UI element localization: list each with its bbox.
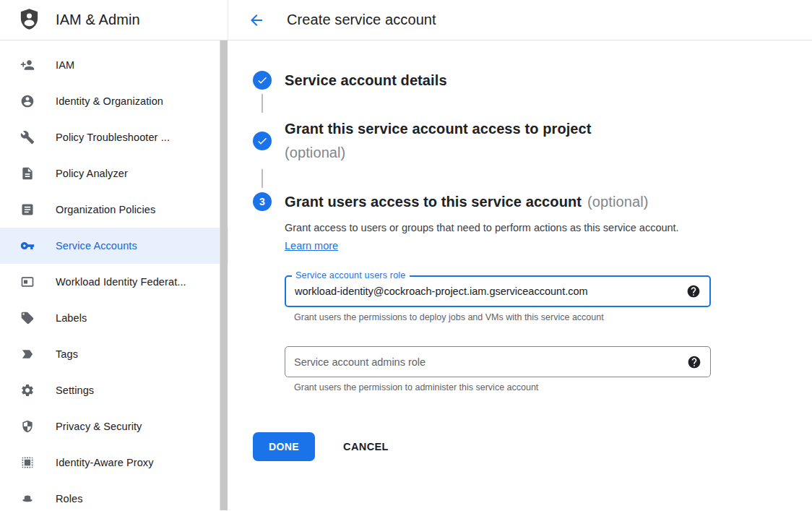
cancel-button[interactable]: CANCEL (337, 432, 394, 461)
stepper-connector (262, 94, 263, 113)
sidebar-item-settings[interactable]: Settings (0, 372, 228, 408)
arrow-tag-icon (20, 347, 35, 361)
step-1-row: Service account details (253, 71, 812, 90)
step-2-row: Grant this service account access to pro… (253, 117, 812, 165)
step-1-title: Service account details (285, 71, 447, 90)
users-role-helper-text: Grant users the permissions to deploy jo… (294, 312, 711, 322)
step-3-row: 3 Grant users access to this service acc… (253, 192, 812, 211)
tag-icon (20, 311, 35, 325)
page-header: Create service account (228, 0, 812, 40)
app-window: IAM & Admin IAM Identity & Organization … (0, 0, 812, 511)
create-service-account-form: Service account details Grant this servi… (228, 40, 812, 461)
sidebar-item-label: Workload Identity Federat... (56, 276, 186, 288)
sidebar-item-label: Tags (56, 348, 78, 360)
hat-icon (20, 491, 35, 506)
admins-role-field (285, 346, 711, 377)
card-icon (20, 275, 35, 289)
users-role-input[interactable] (295, 285, 679, 297)
step-3-description: Grant access to users or groups that nee… (285, 219, 693, 255)
sidebar-item-identity-organization[interactable]: Identity & Organization (0, 83, 228, 119)
sidebar-item-label: Identity & Organization (56, 95, 163, 107)
sidebar: IAM & Admin IAM Identity & Organization … (0, 0, 228, 511)
admins-role-helper-text: Grant users the permission to administer… (294, 382, 711, 392)
key-icon (20, 239, 35, 253)
check-icon (253, 71, 272, 90)
sidebar-header: IAM & Admin (0, 0, 228, 40)
account-circle-icon (20, 94, 35, 108)
sidebar-item-label: Organization Policies (56, 204, 155, 215)
sidebar-item-label: Policy Analyzer (56, 168, 128, 179)
sidebar-item-labels[interactable]: Labels (0, 300, 228, 336)
sidebar-nav: IAM Identity & Organization Policy Troub… (0, 40, 228, 511)
sidebar-item-tags[interactable]: Tags (0, 336, 228, 372)
wrench-icon (20, 130, 35, 145)
sidebar-item-iam[interactable]: IAM (0, 47, 228, 83)
sidebar-item-label: Roles (56, 493, 83, 504)
document-icon (20, 166, 35, 181)
admins-role-field-group: Grant users the permission to administer… (285, 346, 711, 392)
sidebar-scrollbar-thumb[interactable] (220, 40, 228, 510)
gear-icon (20, 383, 35, 398)
step-3-title: Grant users access to this service accou… (285, 192, 582, 211)
users-role-field: Service account users role (285, 275, 711, 307)
step-3-optional-label: (optional) (587, 194, 648, 210)
sidebar-item-label: Identity-Aware Proxy (56, 457, 154, 468)
users-role-field-group: Service account users role Grant users t… (285, 275, 711, 322)
sidebar-item-policy-analyzer[interactable]: Policy Analyzer (0, 155, 228, 192)
help-icon[interactable] (687, 355, 701, 369)
step-3-body: Grant access to users or groups that nee… (285, 219, 812, 392)
iam-shield-person-icon (18, 8, 40, 33)
article-icon (20, 202, 35, 217)
users-role-field-label: Service account users role (292, 270, 410, 280)
proxy-frame-icon (20, 455, 35, 470)
sidebar-item-label: IAM (56, 59, 74, 71)
sidebar-item-privacy-security[interactable]: Privacy & Security (0, 408, 228, 445)
sidebar-item-label: Labels (56, 312, 87, 324)
admins-role-input[interactable] (294, 356, 680, 368)
form-actions: DONE CANCEL (253, 432, 812, 461)
stepper-connector (262, 169, 263, 188)
sidebar-item-organization-policies[interactable]: Organization Policies (0, 192, 228, 228)
sidebar-item-label: Privacy & Security (56, 421, 142, 432)
description-text: Grant access to users or groups that nee… (285, 222, 679, 233)
step-3-badge: 3 (253, 192, 272, 211)
back-arrow-icon[interactable] (248, 12, 265, 29)
sidebar-item-workload-identity-federation[interactable]: Workload Identity Federat... (0, 264, 228, 300)
learn-more-link[interactable]: Learn more (285, 240, 338, 252)
step-3-number: 3 (259, 196, 265, 207)
person-add-icon (20, 58, 35, 72)
sidebar-item-service-accounts[interactable]: Service Accounts (0, 228, 228, 264)
sidebar-item-label: Service Accounts (56, 240, 137, 252)
sidebar-item-identity-aware-proxy[interactable]: Identity-Aware Proxy (0, 445, 228, 481)
sidebar-item-label: Policy Troubleshooter ... (56, 132, 170, 143)
step-2-title: Grant this service account access to pro… (285, 117, 592, 141)
main-panel: Create service account Service account d… (228, 0, 812, 511)
shield-icon (20, 419, 35, 434)
sidebar-item-roles[interactable]: Roles (0, 481, 228, 511)
sidebar-item-label: Settings (56, 385, 94, 396)
done-button[interactable]: DONE (253, 432, 315, 461)
page-title: Create service account (287, 12, 436, 28)
help-icon[interactable] (686, 284, 701, 299)
product-title: IAM & Admin (56, 12, 140, 28)
sidebar-item-policy-troubleshooter[interactable]: Policy Troubleshooter ... (0, 119, 228, 155)
check-icon (253, 132, 272, 150)
step-2-optional-label: (optional) (285, 141, 592, 165)
